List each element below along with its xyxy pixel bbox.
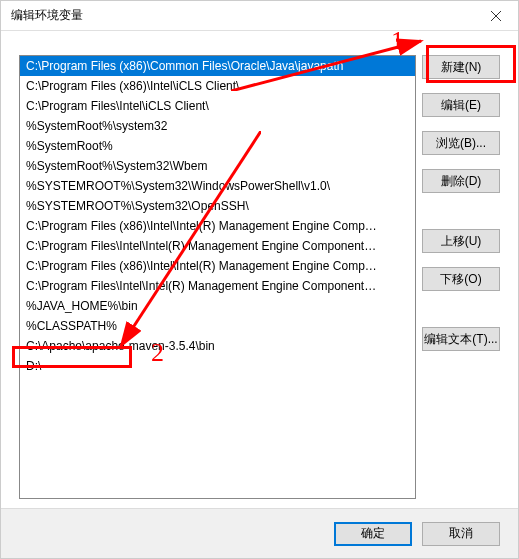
- list-item[interactable]: C:\Program Files\Intel\Intel(R) Manageme…: [20, 236, 415, 256]
- list-item[interactable]: C:\Program Files (x86)\Common Files\Orac…: [20, 56, 415, 76]
- path-listbox[interactable]: C:\Program Files (x86)\Common Files\Orac…: [19, 55, 416, 499]
- list-item[interactable]: C:\Program Files\Intel\Intel(R) Manageme…: [20, 276, 415, 296]
- list-item[interactable]: C:\Program Files\Intel\iCLS Client\: [20, 96, 415, 116]
- list-item[interactable]: C:\Apache\apache-maven-3.5.4\bin: [20, 336, 415, 356]
- list-item[interactable]: %JAVA_HOME%\bin: [20, 296, 415, 316]
- close-button[interactable]: [473, 1, 518, 31]
- window-title: 编辑环境变量: [11, 7, 83, 24]
- delete-button[interactable]: 删除(D): [422, 169, 500, 193]
- close-icon: [491, 11, 501, 21]
- dialog-content: C:\Program Files (x86)\Common Files\Orac…: [1, 31, 518, 508]
- dialog-window: 编辑环境变量 C:\Program Files (x86)\Common Fil…: [0, 0, 519, 559]
- edit-text-button[interactable]: 编辑文本(T)...: [422, 327, 500, 351]
- list-item[interactable]: C:\Program Files (x86)\Intel\Intel(R) Ma…: [20, 216, 415, 236]
- list-item[interactable]: %SystemRoot%: [20, 136, 415, 156]
- list-item[interactable]: C:\Program Files (x86)\Intel\iCLS Client…: [20, 76, 415, 96]
- buttons-panel: 新建(N) 编辑(E) 浏览(B)... 删除(D) 上移(U) 下移(O) 编…: [422, 55, 500, 351]
- list-item[interactable]: %SystemRoot%\system32: [20, 116, 415, 136]
- move-up-button[interactable]: 上移(U): [422, 229, 500, 253]
- new-button[interactable]: 新建(N): [422, 55, 500, 79]
- title-bar: 编辑环境变量: [1, 1, 518, 31]
- list-item[interactable]: %SYSTEMROOT%\System32\WindowsPowerShell\…: [20, 176, 415, 196]
- list-item[interactable]: %SYSTEMROOT%\System32\OpenSSH\: [20, 196, 415, 216]
- list-item[interactable]: C:\Program Files (x86)\Intel\Intel(R) Ma…: [20, 256, 415, 276]
- browse-button[interactable]: 浏览(B)...: [422, 131, 500, 155]
- list-item[interactable]: D:\: [20, 356, 415, 376]
- list-item[interactable]: %SystemRoot%\System32\Wbem: [20, 156, 415, 176]
- list-item[interactable]: %CLASSPATH%: [20, 316, 415, 336]
- edit-button[interactable]: 编辑(E): [422, 93, 500, 117]
- ok-button[interactable]: 确定: [334, 522, 412, 546]
- move-down-button[interactable]: 下移(O): [422, 267, 500, 291]
- cancel-button[interactable]: 取消: [422, 522, 500, 546]
- bottom-bar: 确定 取消: [1, 508, 518, 558]
